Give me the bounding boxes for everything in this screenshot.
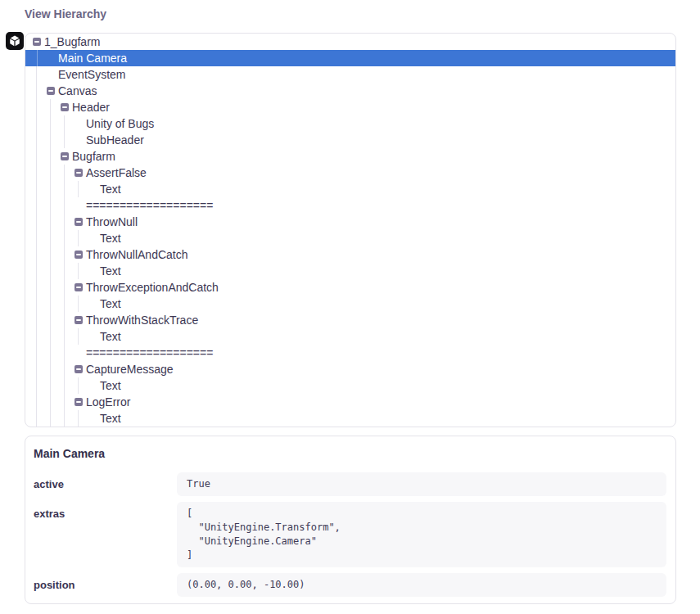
hierarchy-section: 1_BugfarmMain CameraEventSystemCanvasHea… (25, 33, 676, 427)
tree-node-throwexceptionandcatch[interactable]: ThrowExceptionAndCatch (25, 279, 675, 296)
tree-node-label: Text (100, 328, 121, 345)
tree-node-header[interactable]: Header (25, 99, 675, 115)
collapse-icon[interactable] (33, 38, 41, 46)
tree-node-label: Text (100, 296, 121, 312)
tree-node-unity-of-bugs[interactable]: Unity of Bugs (25, 115, 675, 132)
property-label: position (34, 573, 177, 597)
tree-node-label: Canvas (58, 83, 97, 99)
tree-node-text[interactable]: Text (25, 410, 675, 427)
tree-node-label: Text (100, 263, 121, 279)
tree-node-text[interactable]: Text (25, 263, 675, 279)
tree-node-assertfalse[interactable]: AssertFalse (25, 165, 675, 181)
tree-node-label: =================== (86, 197, 213, 214)
property-row-position: position (0.00, 0.00, -10.00) (34, 573, 666, 597)
tree-node-label: Main Camera (58, 50, 127, 66)
collapse-icon[interactable] (75, 218, 83, 226)
tree-node-text[interactable]: Text (25, 328, 675, 345)
tree-separator-row[interactable]: =================== (25, 345, 675, 361)
collapse-icon[interactable] (75, 169, 83, 177)
tree-node-label: Text (100, 181, 121, 197)
property-label: active (34, 472, 177, 496)
tree-node-canvas[interactable]: Canvas (25, 83, 675, 99)
tree-node-text[interactable]: Text (25, 296, 675, 312)
tree-node-label: ThrowNullAndCatch (86, 246, 188, 263)
details-panel: Main Camera active True extras [ "UnityE… (25, 436, 676, 604)
tree-node-label: LogError (86, 394, 130, 410)
tree-node-label: ThrowNull (86, 214, 138, 230)
collapse-icon[interactable] (61, 152, 69, 160)
property-row-active: active True (34, 472, 666, 496)
tree-node-label: Text (100, 377, 121, 394)
tree-node-subheader[interactable]: SubHeader (25, 132, 675, 148)
hierarchy-panel: 1_BugfarmMain CameraEventSystemCanvasHea… (25, 33, 676, 427)
collapse-icon[interactable] (47, 87, 55, 95)
tree-node-label: 1_Bugfarm (44, 34, 100, 50)
tree-node-label: Text (100, 410, 121, 427)
tree-node-label: Bugfarm (72, 148, 115, 165)
property-value: True (177, 472, 666, 496)
collapse-icon[interactable] (75, 316, 83, 324)
collapse-icon[interactable] (75, 251, 83, 259)
property-value: (0.00, 0.00, -10.00) (177, 573, 666, 597)
tree-node-label: AssertFalse (86, 165, 147, 181)
tree-node-text[interactable]: Text (25, 377, 675, 394)
tree-node-label: Header (72, 99, 110, 115)
tree-node-label: ThrowExceptionAndCatch (86, 279, 219, 296)
tree-node-eventsystem[interactable]: EventSystem (25, 66, 675, 83)
unity-icon (6, 32, 24, 50)
collapse-icon[interactable] (75, 365, 83, 373)
tree-node-label: ThrowWithStackTrace (86, 312, 198, 328)
tree-node-label: Text (100, 230, 121, 246)
details-title: Main Camera (34, 446, 666, 461)
tree-node-main-camera[interactable]: Main Camera (25, 50, 675, 66)
tree-separator-row[interactable]: =================== (25, 197, 675, 214)
property-row-extras: extras [ "UnityEngine.Transform", "Unity… (34, 502, 666, 567)
property-value: [ "UnityEngine.Transform", "UnityEngine.… (177, 502, 666, 567)
tree-node-thrownull[interactable]: ThrowNull (25, 214, 675, 230)
tree-node-label: CaptureMessage (86, 361, 174, 377)
tree-node-text[interactable]: Text (25, 181, 675, 197)
collapse-icon[interactable] (61, 103, 69, 111)
tree-node-label: Unity of Bugs (86, 115, 154, 132)
tree-node-label: EventSystem (58, 66, 125, 83)
collapse-icon[interactable] (75, 283, 83, 291)
tree-node-logerror[interactable]: LogError (25, 394, 675, 410)
page: View Hierarchy 1_BugfarmMain CameraEvent… (0, 0, 700, 604)
property-label: extras (34, 502, 177, 567)
tree-node-1-bugfarm[interactable]: 1_Bugfarm (25, 34, 675, 50)
tree-node-text[interactable]: Text (25, 230, 675, 246)
tree-node-label: SubHeader (86, 132, 144, 148)
page-title: View Hierarchy (25, 7, 676, 20)
tree-node-label: =================== (86, 345, 213, 361)
collapse-icon[interactable] (75, 398, 83, 406)
tree-node-capturemessage[interactable]: CaptureMessage (25, 361, 675, 377)
tree-node-thrownullandcatch[interactable]: ThrowNullAndCatch (25, 246, 675, 263)
tree-node-bugfarm[interactable]: Bugfarm (25, 148, 675, 165)
hierarchy-tree: 1_BugfarmMain CameraEventSystemCanvasHea… (25, 34, 675, 427)
tree-node-throwwithstacktrace[interactable]: ThrowWithStackTrace (25, 312, 675, 328)
